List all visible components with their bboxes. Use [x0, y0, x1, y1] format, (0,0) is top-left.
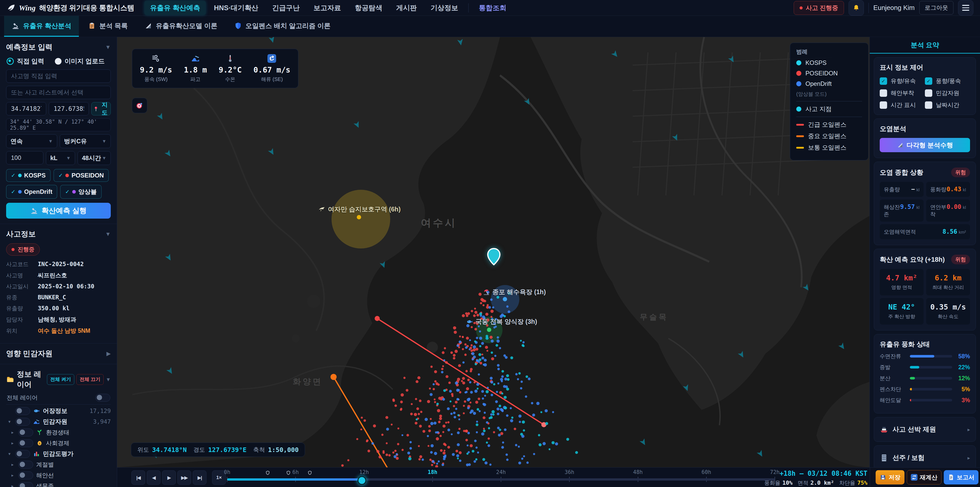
radio-image-upload[interactable]: 이미지 업로드 — [55, 57, 105, 65]
map-canvas[interactable]: 여수시 화양면 무슬목 여자만 습지보호구역 (6h) 종포 해수욕장 (1h)… — [117, 37, 870, 467]
run-prediction-button[interactable]: 확산예측 실행 — [6, 203, 111, 219]
oil-type-select[interactable]: 벙커C유▼ — [60, 134, 111, 148]
model-color-dot — [65, 174, 69, 177]
zone-beach-dot — [503, 297, 507, 301]
card-vessel-specs[interactable]: 사고 선박 제원 ▸ — [874, 417, 976, 442]
spill-type-select[interactable]: 연속▼ — [6, 134, 57, 148]
legend-fence-label: 긴급 오일펜스 — [808, 121, 846, 129]
layer-toggle[interactable] — [18, 428, 33, 436]
status-dot-icon — [11, 248, 14, 251]
step-back-button[interactable]: ◀ — [147, 470, 161, 485]
model-chip-poseidon[interactable]: ✓POSEIDON — [54, 169, 109, 182]
model-chip-앙상블[interactable]: ✓앙상블 — [60, 185, 102, 199]
display-option-풍향/풍속[interactable]: ✓풍향/풍속 — [925, 77, 970, 85]
duration-select[interactable]: 48시간▼ — [78, 151, 111, 165]
stat-value: 0.00 — [947, 203, 961, 211]
nav-item-3[interactable]: 긴급구난 — [266, 1, 305, 15]
nav-item-6[interactable]: 게시판 — [390, 1, 422, 15]
chevron-right-icon[interactable]: ▸ — [10, 462, 15, 467]
play-button[interactable]: ▶ — [162, 470, 176, 485]
tab-4[interactable]: 오일펜스 배치 알고리즘 이론 — [227, 16, 339, 37]
card-forecast-summary: 확산 예측 요약 (+18h) 위험 4.7 km²영향 면적6.2 km최대 … — [874, 249, 976, 331]
layer-toggle[interactable] — [18, 482, 33, 487]
incident-section-header[interactable]: 사고정보 ▼ — [6, 229, 111, 239]
chevron-right-icon[interactable]: ▸ — [10, 441, 15, 446]
nav-item-5[interactable]: 항공탐색 — [349, 1, 388, 15]
display-option-시간 표시[interactable]: 시간 표시 — [880, 101, 925, 109]
action-button-보고서[interactable]: 보고서 — [944, 470, 978, 484]
nav-item-7[interactable]: 기상정보 — [425, 1, 464, 15]
toggle-knob — [17, 419, 22, 424]
layer-toggle[interactable] — [15, 450, 30, 458]
action-button-저장[interactable]: 저장 — [876, 470, 904, 484]
model-chip-label: KOSPS — [24, 172, 46, 179]
display-option-민감자원[interactable]: 민감자원 — [925, 89, 970, 97]
stat-value: 8.56 — [942, 228, 957, 235]
logout-button[interactable]: 로그아웃 — [919, 1, 953, 14]
tab-1[interactable]: 유출유 확산분석 — [4, 16, 79, 37]
radio-direct-input[interactable]: 직접 입력 — [6, 57, 44, 65]
incident-location-pin[interactable] — [487, 248, 501, 265]
layer-toggle[interactable] — [15, 418, 30, 426]
toggle-knob — [17, 408, 22, 414]
polygon-analysis-button[interactable]: 다각형 분석수행 — [880, 138, 970, 152]
weather-label: 수온 — [225, 76, 235, 83]
pick-on-map-button[interactable]: 지도 — [91, 102, 111, 115]
impact-section-header[interactable]: 영향 민감자원 ▶ — [6, 348, 111, 359]
action-button-재계산[interactable]: 재계산 — [907, 470, 942, 484]
notifications-button[interactable] — [849, 0, 864, 16]
recenter-target-button[interactable] — [132, 98, 147, 113]
folder-icon — [6, 376, 14, 383]
timeline-handle[interactable] — [357, 476, 366, 485]
toggle-knob — [20, 483, 25, 487]
tick-label-60h: 60h — [702, 469, 711, 475]
checkbox-checked-icon: ✓ — [925, 77, 932, 85]
incident-list-input[interactable] — [6, 86, 111, 99]
display-option-날짜시간[interactable]: 날짜시간 — [925, 101, 970, 109]
card-display-controls: 표시 정보 제어 ✓유향/유속✓풍향/풍속해안부착민감자원시간 표시날짜시간 — [874, 57, 976, 115]
model-chip-kosps[interactable]: ✓KOSPS — [6, 169, 51, 182]
stat-value: 9.57 — [900, 203, 915, 211]
fast-forward-button[interactable]: ▶▶ — [177, 470, 191, 485]
chevron-right-icon[interactable]: ▸ — [10, 473, 15, 478]
layer-toggle[interactable] — [18, 439, 33, 447]
tick-label-12h: 12h — [360, 469, 369, 475]
weather-metric: 9.2 m/s풍속 (SW) — [140, 54, 172, 83]
chevron-right-icon[interactable]: ▸ — [10, 484, 15, 487]
layers-all-on-button[interactable]: 전체 켜기 — [47, 374, 74, 385]
chevron-down-icon[interactable]: ▾ — [6, 451, 12, 457]
skip-end-button[interactable]: ▶| — [192, 470, 207, 485]
latitude-input[interactable] — [6, 102, 46, 115]
unit-select[interactable]: kL▼ — [46, 151, 75, 165]
incident-name-input[interactable] — [6, 69, 111, 83]
legend-title: 범례 — [796, 48, 862, 56]
model-chip-opendrift[interactable]: ✓OpenDrift — [6, 185, 57, 199]
spill-amount-input[interactable] — [6, 151, 43, 164]
prediction-section-header[interactable]: 예측정보 입력 ▼ — [6, 42, 111, 52]
layer-toggle[interactable] — [15, 407, 30, 415]
nav-item-4[interactable]: 보고자료 — [308, 1, 347, 15]
skip-start-button[interactable]: |◀ — [131, 470, 145, 485]
tab-2[interactable]: 분석 목록 — [80, 16, 135, 37]
nav-item-2[interactable]: HNS·대기확산 — [208, 1, 264, 15]
nav-item-1[interactable]: 유출유 확산예측 — [145, 1, 206, 15]
layer-label: 해안선 — [36, 471, 54, 479]
money-icon: $ — [36, 440, 43, 446]
display-option-label: 유향/유속 — [891, 77, 916, 85]
master-layer-toggle[interactable] — [95, 394, 110, 402]
chevron-right-icon[interactable]: ▸ — [10, 430, 15, 435]
chevron-down-icon[interactable]: ▾ — [6, 419, 12, 425]
display-option-해안부착[interactable]: 해안부착 — [880, 89, 925, 97]
layers-all-off-button[interactable]: 전체 끄기 — [76, 374, 103, 385]
layer-toggle[interactable] — [18, 471, 33, 479]
tab-3[interactable]: 유출유확산모델 이론 — [137, 16, 225, 37]
display-option-유향/유속[interactable]: ✓유향/유속 — [880, 77, 925, 85]
nav-item-8[interactable]: 통합조회 — [473, 1, 512, 15]
tick-label-18h: 18h — [428, 469, 438, 475]
checkbox-icon — [880, 101, 887, 109]
card-owner-insurance[interactable]: 선주 / 보험 ▸ — [874, 445, 976, 467]
menu-button[interactable] — [958, 0, 974, 16]
incident-alert-badge[interactable]: 사고 진행중 — [794, 1, 844, 15]
longitude-input[interactable] — [49, 102, 89, 115]
layer-toggle[interactable] — [18, 461, 33, 469]
